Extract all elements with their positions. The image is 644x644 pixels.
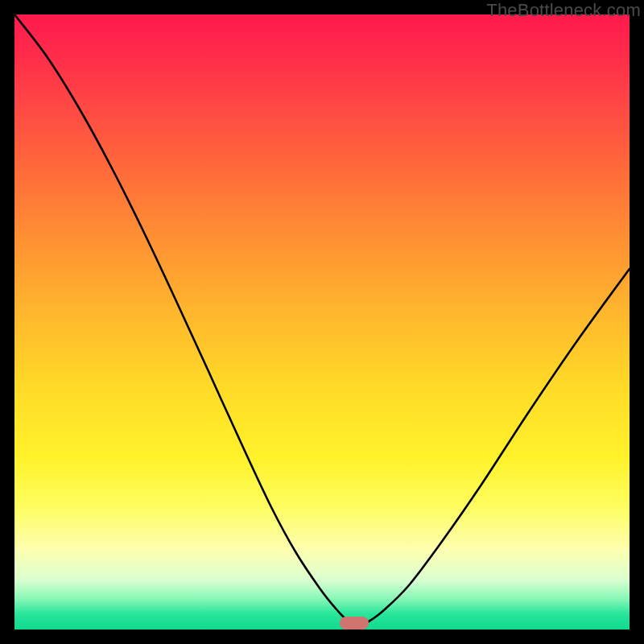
bottleneck-curve [14,14,630,630]
optimal-marker [340,617,369,630]
chart-frame [14,14,630,630]
watermark-text: TheBottleneck.com [486,0,641,21]
